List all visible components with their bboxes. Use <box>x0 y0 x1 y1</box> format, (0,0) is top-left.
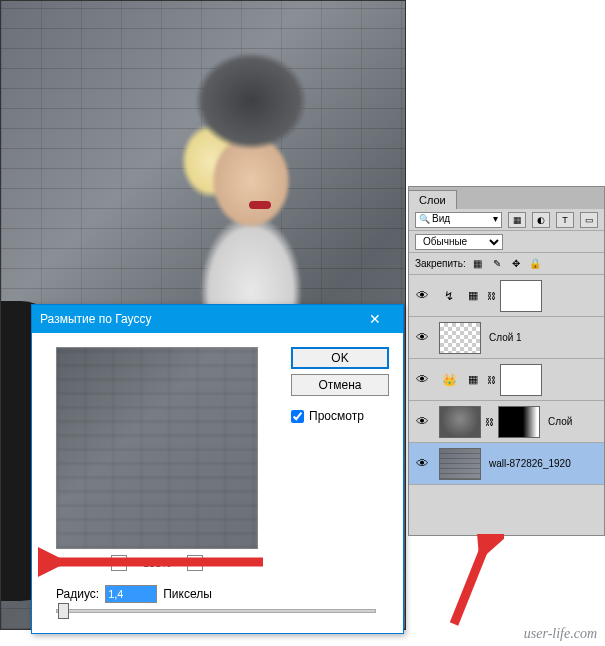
layer-thumbs: ⛓ <box>435 406 544 438</box>
filter-type-select[interactable]: 🔍Вид▾ <box>415 212 502 228</box>
layer-mask-thumb[interactable] <box>498 406 540 438</box>
layer-visibility-icon[interactable]: 👁 <box>409 330 435 345</box>
layer-visibility-icon[interactable]: 👁 <box>409 288 435 303</box>
tab-layers[interactable]: Слои <box>409 190 457 209</box>
blend-row: Обычные <box>409 231 604 253</box>
layer-mask-thumb[interactable] <box>500 280 542 312</box>
cancel-button[interactable]: Отмена <box>291 374 389 396</box>
zoom-in-button[interactable]: + <box>187 555 203 571</box>
dialog-body: − 100% + OK Отмена Просмотр Радиус: Пикс… <box>32 333 403 633</box>
link-icon[interactable]: ⛓ <box>487 291 496 301</box>
layer-visibility-icon[interactable]: 👁 <box>409 414 435 429</box>
svg-line-1 <box>454 544 486 624</box>
lock-brush-icon[interactable]: ✎ <box>489 257 505 271</box>
zoom-value: 100% <box>143 557 171 569</box>
layer-thumb[interactable]: ▦ <box>463 280 483 312</box>
lock-row: Закрепить: ▦ ✎ ✥ 🔒 <box>409 253 604 275</box>
preview-checkbox-row[interactable]: Просмотр <box>291 409 389 423</box>
adjustment-icon: 👑 <box>439 373 459 387</box>
layer-thumb[interactable] <box>439 322 481 354</box>
radius-row: Радиус: Пикселы <box>56 585 212 603</box>
radius-label: Радиус: <box>56 587 99 601</box>
link-icon[interactable]: ⛓ <box>485 417 494 427</box>
radius-slider-thumb[interactable] <box>58 603 69 619</box>
layer-thumb[interactable] <box>439 448 481 480</box>
adjustment-icon: ↯ <box>439 289 459 303</box>
layer-thumb[interactable] <box>439 406 481 438</box>
layer-row[interactable]: 👁👑▦⛓ <box>409 359 604 401</box>
radius-input[interactable] <box>105 585 157 603</box>
layers-panel: Слои 🔍Вид▾ ▦ ◐ T ▭ Обычные Закрепить: ▦ … <box>408 186 605 536</box>
layer-thumbs <box>435 322 485 354</box>
annotation-arrow-layer <box>424 534 504 629</box>
close-icon[interactable]: ✕ <box>355 305 395 333</box>
filter-icon-1[interactable]: ▦ <box>508 212 526 228</box>
preview-thumbnail[interactable] <box>56 347 258 549</box>
layer-thumb[interactable]: ▦ <box>463 364 483 396</box>
layer-thumbs: 👑▦⛓ <box>435 364 546 396</box>
layer-filter-row: 🔍Вид▾ ▦ ◐ T ▭ <box>409 209 604 231</box>
watermark: user-life.com <box>524 626 597 642</box>
layer-row[interactable]: 👁⛓Слой <box>409 401 604 443</box>
layer-name[interactable]: Слой <box>544 416 604 427</box>
dialog-titlebar[interactable]: Размытие по Гауссу ✕ <box>32 305 403 333</box>
subject-lips <box>249 201 271 209</box>
blend-mode-select[interactable]: Обычные <box>415 234 503 250</box>
layer-visibility-icon[interactable]: 👁 <box>409 456 435 471</box>
preview-checkbox[interactable] <box>291 410 304 423</box>
zoom-out-button[interactable]: − <box>111 555 127 571</box>
dialog-title: Размытие по Гауссу <box>40 312 355 326</box>
layer-thumbs: ↯▦⛓ <box>435 280 546 312</box>
lock-all-icon[interactable]: 🔒 <box>527 257 543 271</box>
lock-label: Закрепить: <box>415 258 466 269</box>
filter-icon-2[interactable]: ◐ <box>532 212 550 228</box>
preview-checkbox-label: Просмотр <box>309 409 364 423</box>
lock-move-icon[interactable]: ✥ <box>508 257 524 271</box>
zoom-controls: − 100% + <box>56 555 258 571</box>
filter-icon-4[interactable]: ▭ <box>580 212 598 228</box>
gaussian-blur-dialog: Размытие по Гауссу ✕ − 100% + OK Отмена … <box>31 304 404 634</box>
layer-mask-thumb[interactable] <box>500 364 542 396</box>
layers-list: 👁↯▦⛓👁Слой 1👁👑▦⛓👁⛓Слой👁wall-872826_1920 <box>409 275 604 485</box>
radius-slider-track[interactable] <box>56 609 376 613</box>
layer-name[interactable]: Слой 1 <box>485 332 604 343</box>
layer-row[interactable]: 👁↯▦⛓ <box>409 275 604 317</box>
panel-tabs: Слои <box>409 187 604 209</box>
ok-button[interactable]: OK <box>291 347 389 369</box>
layer-row[interactable]: 👁wall-872826_1920 <box>409 443 604 485</box>
layer-row[interactable]: 👁Слой 1 <box>409 317 604 359</box>
lock-pixels-icon[interactable]: ▦ <box>470 257 486 271</box>
layer-thumbs <box>435 448 485 480</box>
layer-visibility-icon[interactable]: 👁 <box>409 372 435 387</box>
layer-name[interactable]: wall-872826_1920 <box>485 458 604 469</box>
radius-unit: Пикселы <box>163 587 212 601</box>
link-icon[interactable]: ⛓ <box>487 375 496 385</box>
filter-icon-3[interactable]: T <box>556 212 574 228</box>
